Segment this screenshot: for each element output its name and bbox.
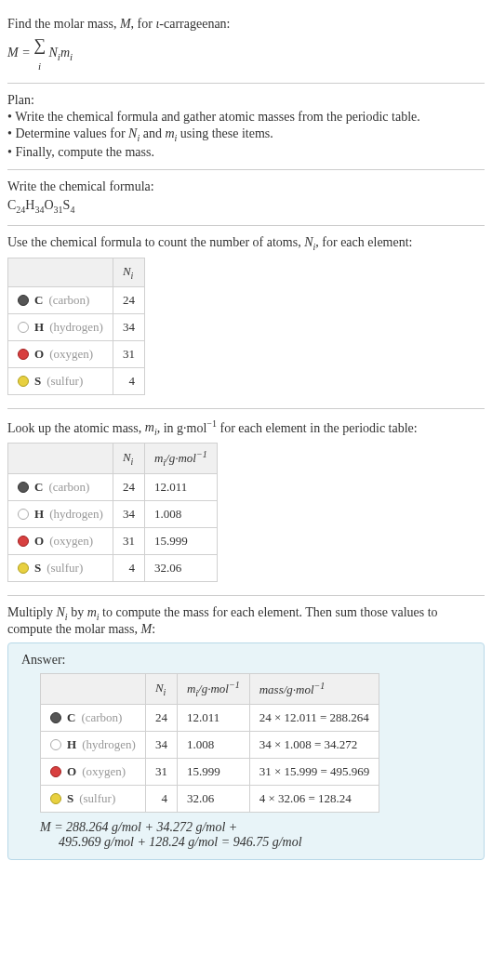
table-row: C (carbon)24 [8, 286, 145, 313]
header-ni: Ni [113, 258, 144, 287]
element-name: (hydrogen) [49, 507, 103, 522]
plan-bullet-1: • Write the chemical formula and gather … [7, 110, 485, 125]
element-symbol: C [34, 293, 43, 308]
sum-index: i [38, 60, 41, 72]
table-row: C (carbon)2412.01124 × 12.011 = 288.264 [41, 704, 379, 731]
element-dot-icon [18, 509, 29, 520]
final-section: Multiply Ni by mi to compute the mass fo… [7, 596, 485, 867]
element-name: (hydrogen) [82, 737, 136, 752]
answer-box: Answer: Ni mi/g·mol−1 mass/g·mol−1 C (ca… [7, 642, 485, 860]
element-name: (oxygen) [82, 764, 126, 779]
mi-cell: 15.999 [177, 758, 249, 785]
table-header-row: Ni mi/g·mol−1 [8, 444, 218, 474]
mi-cell: 32.06 [144, 555, 217, 582]
element-name: (oxygen) [49, 347, 93, 362]
element-symbol: C [34, 480, 43, 495]
element-symbol: O [34, 534, 44, 549]
element-name: (sulfur) [47, 374, 83, 389]
element-symbol: O [34, 347, 44, 362]
intro-text: Find the molar mass, M, for ι-carrageena… [7, 17, 485, 32]
element-cell: C (carbon) [8, 474, 113, 501]
element-cell: H (hydrogen) [8, 313, 113, 340]
element-name: (carbon) [81, 710, 122, 725]
mass-cell: 31 × 15.999 = 495.969 [249, 758, 379, 785]
ni-cell: 31 [145, 758, 177, 785]
element-dot-icon [50, 793, 61, 804]
mi-cell: 15.999 [144, 528, 217, 555]
element-dot-icon [50, 739, 61, 750]
ni-cell: 34 [145, 731, 177, 758]
table-row: S (sulfur)4 [8, 367, 145, 394]
element-cell: S (sulfur) [8, 555, 113, 582]
final-title: Multiply Ni by mi to compute the mass fo… [7, 605, 485, 637]
intro-text-part2: , for [131, 17, 156, 31]
plan-title: Plan: [7, 93, 485, 108]
plan-mi: mi [165, 126, 177, 140]
final-mi: mi [87, 605, 100, 619]
masses-mi: mi [145, 420, 157, 434]
ni-cell: 4 [145, 785, 177, 812]
plan-Ni: Ni [128, 126, 140, 140]
ni-cell: 31 [113, 340, 144, 367]
intro-text-part1: Find the molar mass, [7, 17, 120, 31]
element-cell: H (hydrogen) [8, 501, 113, 528]
element-name: (sulfur) [47, 561, 83, 576]
molar-mass-formula: M = ∑ i Nimi [7, 35, 485, 72]
plan-section: Plan: • Write the chemical formula and g… [7, 84, 485, 170]
intro-section: Find the molar mass, M, for ι-carrageena… [7, 7, 485, 84]
element-symbol: O [67, 764, 76, 779]
ni-cell: 31 [113, 528, 144, 555]
ni-cell: 24 [113, 474, 144, 501]
atomic-mass-title: Look up the atomic mass, mi, in g·mol−1 … [7, 418, 485, 437]
atom-count-title: Use the chemical formula to count the nu… [7, 235, 485, 252]
sum-symbol: ∑ [33, 35, 46, 54]
header-mi: mi/g·mol−1 [144, 444, 217, 474]
header-mi: mi/g·mol−1 [177, 673, 249, 704]
header-element [8, 444, 113, 474]
table-row: H (hydrogen)341.00834 × 1.008 = 34.272 [41, 731, 379, 758]
element-dot-icon [18, 482, 29, 493]
header-element [41, 673, 146, 704]
element-dot-icon [50, 766, 61, 777]
ni-cell: 34 [113, 313, 144, 340]
atom-count-table: Ni C (carbon)24H (hydrogen)34O (oxygen)3… [7, 258, 145, 395]
header-mass: mass/g·mol−1 [249, 673, 379, 704]
intro-text-part3: -carrageenan: [159, 17, 230, 31]
table-row: H (hydrogen)341.008 [8, 501, 218, 528]
ni-cell: 4 [113, 555, 144, 582]
chem-formula: C24H34O31S4 [7, 198, 485, 215]
intro-M: M [120, 17, 131, 31]
element-name: (hydrogen) [49, 320, 103, 335]
element-dot-icon [18, 322, 29, 333]
table-header-row: Ni [8, 258, 145, 287]
formula-mi: mi [60, 46, 73, 60]
element-cell: H (hydrogen) [41, 731, 146, 758]
element-cell: C (carbon) [41, 704, 146, 731]
element-cell: O (oxygen) [8, 528, 113, 555]
element-dot-icon [18, 563, 29, 574]
table-row: O (oxygen)31 [8, 340, 145, 367]
table-row: O (oxygen)3115.99931 × 15.999 = 495.969 [41, 758, 379, 785]
table-header-row: Ni mi/g·mol−1 mass/g·mol−1 [41, 673, 379, 704]
element-name: (sulfur) [79, 791, 115, 806]
table-row: H (hydrogen)34 [8, 313, 145, 340]
atom-count-section: Use the chemical formula to count the nu… [7, 226, 485, 408]
header-ni: Ni [113, 444, 144, 474]
mi-cell: 1.008 [144, 501, 217, 528]
plan-bullet-3: • Finally, compute the mass. [7, 145, 485, 160]
table-row: S (sulfur)432.064 × 32.06 = 128.24 [41, 785, 379, 812]
element-symbol: S [34, 561, 41, 576]
element-dot-icon [18, 536, 29, 547]
formula-M: M [7, 46, 19, 60]
element-dot-icon [18, 349, 29, 360]
element-symbol: S [67, 791, 73, 806]
header-element [8, 258, 113, 287]
mi-cell: 12.011 [177, 704, 249, 731]
ni-cell: 24 [145, 704, 177, 731]
mass-cell: 24 × 12.011 = 288.264 [249, 704, 379, 731]
atomic-mass-table: Ni mi/g·mol−1 C (carbon)2412.011H (hydro… [7, 443, 218, 582]
mi-cell: 1.008 [177, 731, 249, 758]
element-symbol: S [34, 374, 41, 389]
element-symbol: C [67, 710, 75, 725]
chem-formula-section: Write the chemical formula: C24H34O31S4 [7, 170, 485, 227]
